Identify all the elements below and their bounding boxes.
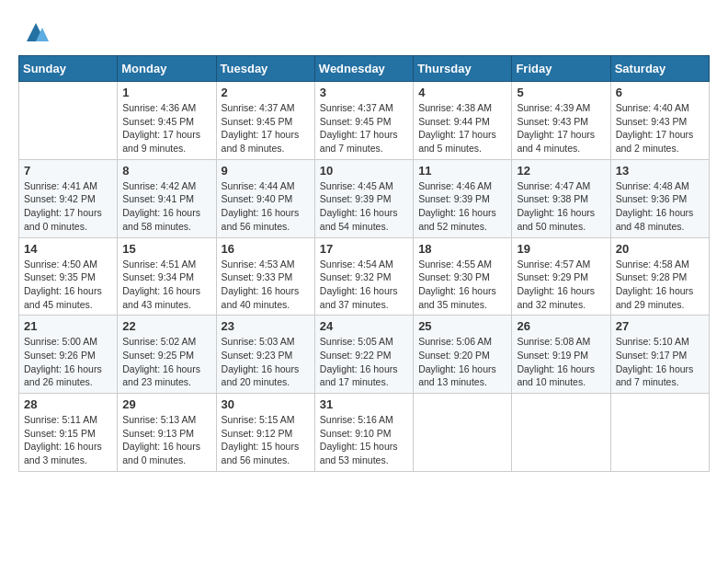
day-info: Sunrise: 4:55 AM Sunset: 9:30 PM Dayligh… <box>418 258 506 312</box>
day-cell: 28Sunrise: 5:11 AM Sunset: 9:15 PM Dayli… <box>19 394 118 472</box>
day-number: 6 <box>616 86 704 99</box>
page-header <box>18 18 710 46</box>
day-info: Sunrise: 4:37 AM Sunset: 9:45 PM Dayligh… <box>320 101 408 155</box>
day-cell: 27Sunrise: 5:10 AM Sunset: 9:17 PM Dayli… <box>610 316 709 394</box>
day-info: Sunrise: 5:10 AM Sunset: 9:17 PM Dayligh… <box>616 335 704 389</box>
day-number: 9 <box>222 164 310 178</box>
day-number: 12 <box>517 164 605 178</box>
calendar-table: SundayMondayTuesdayWednesdayThursdayFrid… <box>18 55 710 472</box>
day-cell: 12Sunrise: 4:47 AM Sunset: 9:38 PM Dayli… <box>512 159 610 237</box>
day-cell: 24Sunrise: 5:05 AM Sunset: 9:22 PM Dayli… <box>314 316 413 394</box>
calendar-header: SundayMondayTuesdayWednesdayThursdayFrid… <box>19 56 710 82</box>
day-number: 30 <box>222 397 310 411</box>
logo <box>18 18 50 46</box>
day-info: Sunrise: 4:45 AM Sunset: 9:39 PM Dayligh… <box>320 179 408 234</box>
day-number: 27 <box>616 319 704 333</box>
day-info: Sunrise: 4:41 AM Sunset: 9:42 PM Dayligh… <box>24 179 112 234</box>
day-info: Sunrise: 5:00 AM Sunset: 9:26 PM Dayligh… <box>24 335 112 389</box>
day-info: Sunrise: 4:58 AM Sunset: 9:28 PM Dayligh… <box>616 258 704 312</box>
day-info: Sunrise: 5:16 AM Sunset: 9:10 PM Dayligh… <box>320 413 408 467</box>
day-info: Sunrise: 5:13 AM Sunset: 9:13 PM Dayligh… <box>122 413 210 467</box>
day-info: Sunrise: 4:54 AM Sunset: 9:32 PM Dayligh… <box>320 258 408 312</box>
day-cell <box>610 394 709 472</box>
day-number: 29 <box>122 397 210 411</box>
day-cell: 13Sunrise: 4:48 AM Sunset: 9:36 PM Dayli… <box>610 159 709 237</box>
day-cell: 3Sunrise: 4:37 AM Sunset: 9:45 PM Daylig… <box>314 82 413 160</box>
day-cell: 25Sunrise: 5:06 AM Sunset: 9:20 PM Dayli… <box>414 316 512 394</box>
calendar-body: 1Sunrise: 4:36 AM Sunset: 9:45 PM Daylig… <box>19 82 710 472</box>
header-day-friday: Friday <box>512 56 610 82</box>
week-row-1: 7Sunrise: 4:41 AM Sunset: 9:42 PM Daylig… <box>19 159 710 237</box>
day-cell <box>19 82 118 160</box>
day-number: 13 <box>616 164 704 178</box>
day-number: 25 <box>418 319 506 333</box>
day-info: Sunrise: 5:06 AM Sunset: 9:20 PM Dayligh… <box>418 335 506 389</box>
day-number: 17 <box>320 242 408 256</box>
day-number: 7 <box>24 164 112 178</box>
day-number: 4 <box>418 86 506 99</box>
day-info: Sunrise: 5:15 AM Sunset: 9:12 PM Dayligh… <box>222 413 310 467</box>
header-day-wednesday: Wednesday <box>314 56 413 82</box>
day-cell <box>512 394 610 472</box>
day-number: 22 <box>122 319 210 333</box>
logo-icon <box>22 18 50 46</box>
day-info: Sunrise: 5:03 AM Sunset: 9:23 PM Dayligh… <box>222 335 310 389</box>
day-info: Sunrise: 4:36 AM Sunset: 9:45 PM Dayligh… <box>122 101 210 155</box>
week-row-4: 28Sunrise: 5:11 AM Sunset: 9:15 PM Dayli… <box>19 394 710 472</box>
day-cell: 23Sunrise: 5:03 AM Sunset: 9:23 PM Dayli… <box>216 316 314 394</box>
day-number: 28 <box>24 397 112 411</box>
day-cell: 29Sunrise: 5:13 AM Sunset: 9:13 PM Dayli… <box>118 394 216 472</box>
day-number: 16 <box>222 242 310 256</box>
day-cell: 26Sunrise: 5:08 AM Sunset: 9:19 PM Dayli… <box>512 316 610 394</box>
day-number: 20 <box>616 242 704 256</box>
day-number: 11 <box>418 164 506 178</box>
header-day-monday: Monday <box>118 56 216 82</box>
header-day-tuesday: Tuesday <box>216 56 314 82</box>
day-cell: 10Sunrise: 4:45 AM Sunset: 9:39 PM Dayli… <box>314 159 413 237</box>
day-number: 14 <box>24 242 112 256</box>
day-info: Sunrise: 4:39 AM Sunset: 9:43 PM Dayligh… <box>517 101 605 155</box>
day-number: 24 <box>320 319 408 333</box>
day-cell: 31Sunrise: 5:16 AM Sunset: 9:10 PM Dayli… <box>314 394 413 472</box>
day-info: Sunrise: 4:40 AM Sunset: 9:43 PM Dayligh… <box>616 101 704 155</box>
header-row: SundayMondayTuesdayWednesdayThursdayFrid… <box>19 56 710 82</box>
day-info: Sunrise: 4:48 AM Sunset: 9:36 PM Dayligh… <box>616 179 704 234</box>
week-row-0: 1Sunrise: 4:36 AM Sunset: 9:45 PM Daylig… <box>19 82 710 160</box>
day-cell: 5Sunrise: 4:39 AM Sunset: 9:43 PM Daylig… <box>512 82 610 160</box>
day-info: Sunrise: 4:38 AM Sunset: 9:44 PM Dayligh… <box>418 101 506 155</box>
day-cell: 16Sunrise: 4:53 AM Sunset: 9:33 PM Dayli… <box>216 237 314 316</box>
day-info: Sunrise: 4:42 AM Sunset: 9:41 PM Dayligh… <box>122 179 210 234</box>
day-number: 1 <box>122 86 210 99</box>
day-info: Sunrise: 5:02 AM Sunset: 9:25 PM Dayligh… <box>122 335 210 389</box>
day-number: 3 <box>320 86 408 99</box>
day-number: 31 <box>320 397 408 411</box>
day-cell: 9Sunrise: 4:44 AM Sunset: 9:40 PM Daylig… <box>216 159 314 237</box>
day-cell: 14Sunrise: 4:50 AM Sunset: 9:35 PM Dayli… <box>19 237 118 316</box>
day-number: 15 <box>122 242 210 256</box>
day-cell: 2Sunrise: 4:37 AM Sunset: 9:45 PM Daylig… <box>216 82 314 160</box>
header-day-sunday: Sunday <box>19 56 118 82</box>
day-number: 2 <box>222 86 310 99</box>
day-cell: 6Sunrise: 4:40 AM Sunset: 9:43 PM Daylig… <box>610 82 709 160</box>
day-info: Sunrise: 5:11 AM Sunset: 9:15 PM Dayligh… <box>24 413 112 467</box>
day-info: Sunrise: 4:47 AM Sunset: 9:38 PM Dayligh… <box>517 179 605 234</box>
day-info: Sunrise: 4:44 AM Sunset: 9:40 PM Dayligh… <box>222 179 310 234</box>
day-cell: 19Sunrise: 4:57 AM Sunset: 9:29 PM Dayli… <box>512 237 610 316</box>
day-cell: 7Sunrise: 4:41 AM Sunset: 9:42 PM Daylig… <box>19 159 118 237</box>
week-row-2: 14Sunrise: 4:50 AM Sunset: 9:35 PM Dayli… <box>19 237 710 316</box>
day-number: 5 <box>517 86 605 99</box>
day-info: Sunrise: 5:05 AM Sunset: 9:22 PM Dayligh… <box>320 335 408 389</box>
day-info: Sunrise: 4:51 AM Sunset: 9:34 PM Dayligh… <box>122 258 210 312</box>
day-number: 8 <box>122 164 210 178</box>
day-cell: 15Sunrise: 4:51 AM Sunset: 9:34 PM Dayli… <box>118 237 216 316</box>
day-cell: 21Sunrise: 5:00 AM Sunset: 9:26 PM Dayli… <box>19 316 118 394</box>
day-number: 18 <box>418 242 506 256</box>
day-info: Sunrise: 4:53 AM Sunset: 9:33 PM Dayligh… <box>222 258 310 312</box>
week-row-3: 21Sunrise: 5:00 AM Sunset: 9:26 PM Dayli… <box>19 316 710 394</box>
day-cell: 4Sunrise: 4:38 AM Sunset: 9:44 PM Daylig… <box>414 82 512 160</box>
day-info: Sunrise: 4:46 AM Sunset: 9:39 PM Dayligh… <box>418 179 506 234</box>
day-info: Sunrise: 4:57 AM Sunset: 9:29 PM Dayligh… <box>517 258 605 312</box>
day-cell: 30Sunrise: 5:15 AM Sunset: 9:12 PM Dayli… <box>216 394 314 472</box>
day-info: Sunrise: 5:08 AM Sunset: 9:19 PM Dayligh… <box>517 335 605 389</box>
day-cell: 8Sunrise: 4:42 AM Sunset: 9:41 PM Daylig… <box>118 159 216 237</box>
